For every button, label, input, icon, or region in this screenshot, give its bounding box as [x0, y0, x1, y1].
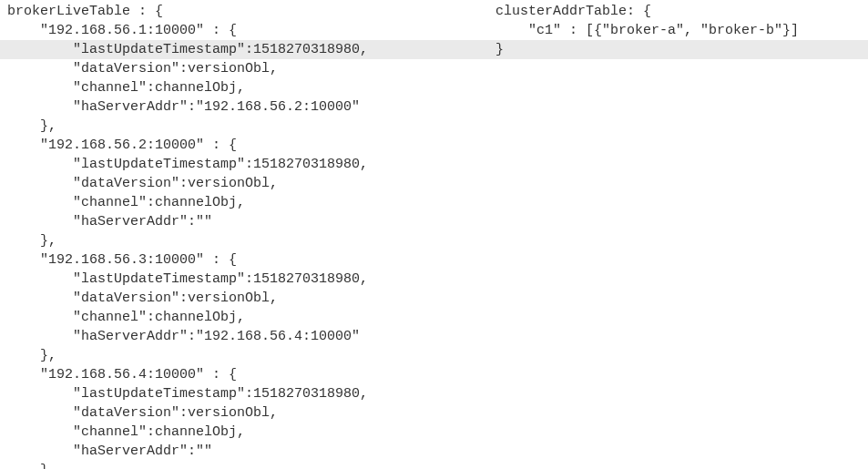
code-line: "haServerAddr":"" [0, 212, 488, 231]
code-line: "192.168.56.2:10000" : { [0, 136, 488, 155]
code-line: brokerLiveTable : { [0, 2, 488, 21]
code-line: "channel":channelObj, [0, 193, 488, 212]
code-line: "dataVersion":versionObl, [0, 403, 488, 423]
cluster-addr-table-block: clusterAddrTable: { "c1" : [{"broker-a",… [488, 0, 868, 469]
broker-live-table-block: brokerLiveTable : { "192.168.56.1:10000"… [0, 0, 488, 469]
code-line: "192.168.56.4:10000" : { [0, 365, 488, 384]
code-line: "haServerAddr":"192.168.56.2:10000" [0, 97, 488, 117]
code-line: }, [0, 346, 488, 365]
code-line: "192.168.56.3:10000" : { [0, 250, 488, 270]
code-line: }, [0, 117, 488, 136]
code-line: "lastUpdateTimestamp":1518270318980, [0, 155, 488, 174]
code-line-highlight: } [488, 40, 868, 59]
code-line: "lastUpdateTimestamp":1518270318980, [0, 384, 488, 403]
code-line: "haServerAddr":"192.168.56.4:10000" [0, 327, 488, 346]
code-line: "dataVersion":versionObl, [0, 174, 488, 193]
code-line: "channel":channelObj, [0, 78, 488, 97]
code-line-highlight: "lastUpdateTimestamp":1518270318980, [0, 40, 488, 59]
code-line: }, [0, 231, 488, 250]
code-line: "dataVersion":versionObl, [0, 59, 488, 78]
code-line: "channel":channelObj, [0, 308, 488, 327]
code-line: clusterAddrTable: { [488, 2, 868, 21]
code-line: "lastUpdateTimestamp":1518270318980, [0, 270, 488, 289]
code-line: "channel":channelObj, [0, 423, 488, 442]
code-line: "192.168.56.1:10000" : { [0, 21, 488, 40]
code-line: "dataVersion":versionObl, [0, 289, 488, 308]
code-comparison-root: brokerLiveTable : { "192.168.56.1:10000"… [0, 0, 868, 469]
code-line: "haServerAddr":"" [0, 442, 488, 461]
code-line: "c1" : [{"broker-a", "broker-b"}] [488, 21, 868, 40]
code-line: }, [0, 461, 488, 469]
